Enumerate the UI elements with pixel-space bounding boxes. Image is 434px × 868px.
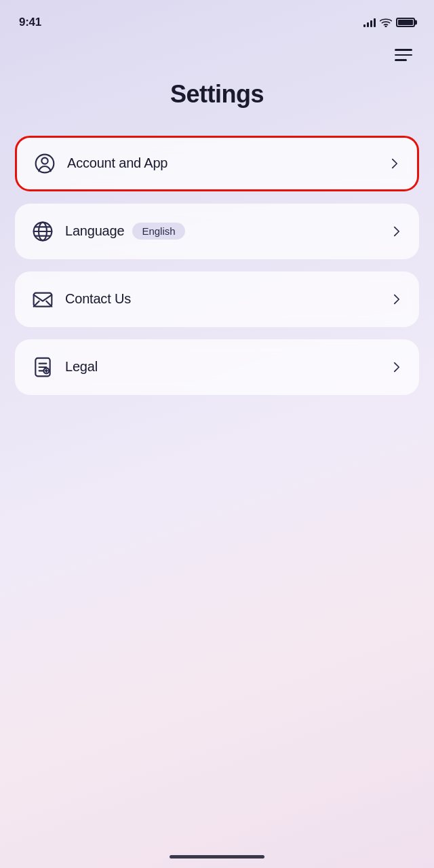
- hamburger-line-1: [395, 49, 412, 51]
- legal-label: Legal: [65, 359, 98, 375]
- battery-fill: [398, 20, 413, 25]
- wifi-icon: [380, 18, 392, 27]
- language-content: Language English: [65, 223, 389, 240]
- legal-content: Legal: [65, 359, 389, 375]
- hamburger-menu-button[interactable]: [392, 46, 415, 64]
- contact-us-chevron-icon: [389, 292, 404, 307]
- status-bar: 9:41: [0, 0, 434, 35]
- settings-list: Account and App Language English: [0, 136, 434, 395]
- svg-line-9: [34, 301, 39, 306]
- globe-icon: [30, 219, 56, 244]
- settings-item-contact-us[interactable]: Contact Us: [15, 271, 419, 327]
- settings-item-language[interactable]: Language English: [15, 204, 419, 259]
- signal-bar-4: [374, 18, 376, 27]
- language-chevron-icon: [389, 224, 404, 239]
- svg-point-2: [41, 157, 47, 164]
- signal-bar-1: [363, 24, 366, 27]
- signal-bar-3: [370, 20, 372, 27]
- page-title: Settings: [19, 80, 415, 109]
- account-app-chevron-icon: [387, 156, 402, 171]
- battery-icon: [396, 18, 415, 27]
- page-title-section: Settings: [0, 64, 434, 136]
- language-label: Language: [65, 223, 124, 239]
- settings-item-legal[interactable]: Legal: [15, 339, 419, 395]
- envelope-icon: [30, 286, 56, 312]
- hamburger-line-2: [395, 54, 412, 56]
- language-badge: English: [132, 223, 184, 240]
- svg-point-0: [385, 26, 387, 27]
- status-time: 9:41: [19, 16, 41, 29]
- legal-chevron-icon: [389, 360, 404, 375]
- signal-bar-2: [367, 22, 369, 27]
- account-app-content: Account and App: [67, 155, 387, 171]
- signal-bars-icon: [363, 18, 376, 27]
- contact-us-label: Contact Us: [65, 291, 131, 307]
- contact-us-content: Contact Us: [65, 291, 389, 307]
- person-circle-icon: [32, 151, 58, 176]
- svg-line-10: [46, 301, 52, 306]
- settings-item-account-and-app[interactable]: Account and App: [15, 136, 419, 191]
- home-indicator: [170, 855, 264, 858]
- header-nav: [0, 35, 434, 64]
- account-app-label: Account and App: [67, 155, 167, 171]
- document-icon: [30, 354, 56, 380]
- status-icons: [363, 18, 415, 27]
- hamburger-line-3: [395, 59, 407, 61]
